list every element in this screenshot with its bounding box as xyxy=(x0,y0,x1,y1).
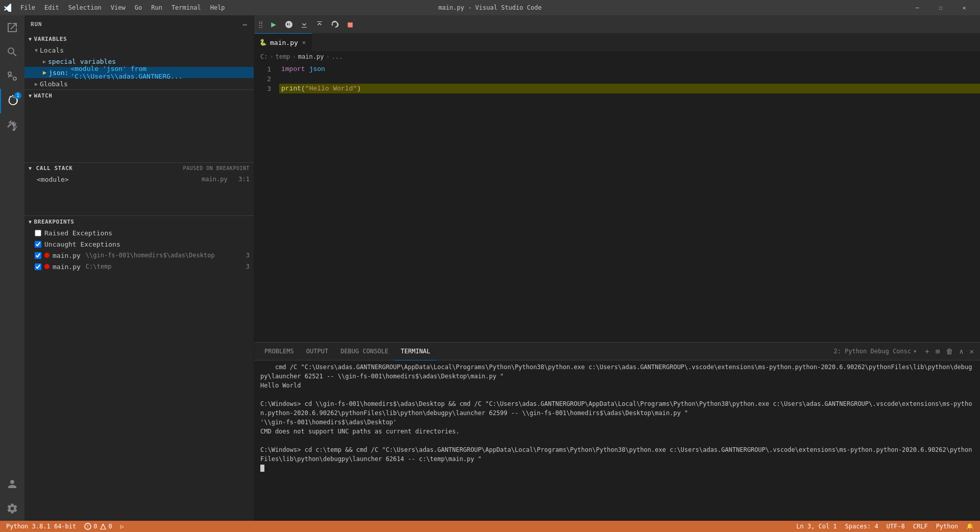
variables-chevron-icon: ▼ xyxy=(29,36,32,42)
watch-chevron-icon: ▼ xyxy=(29,93,32,99)
step-into-button[interactable] xyxy=(297,17,311,32)
breakpoint-path-1: \\gin-fs-001\homedirs$\adas\Desktop xyxy=(86,252,215,259)
sidebar-more-options-icon[interactable]: ⋯ xyxy=(243,20,248,29)
terminal-instance-label: 2: Python Debug Consc xyxy=(834,348,911,355)
titlebar-left: File Edit Selection View Go Run Terminal… xyxy=(4,3,229,12)
editor-content: 1 2 3 import json print("Hello World") xyxy=(254,62,980,342)
breakpoints-section-header[interactable]: ▼ BREAKPOINTS xyxy=(24,216,254,227)
minimize-button[interactable]: ─ xyxy=(905,0,929,15)
tab-terminal[interactable]: TERMINAL xyxy=(395,343,436,360)
continue-button[interactable]: ▶ xyxy=(266,17,281,32)
menu-bar: File Edit Selection View Go Run Terminal… xyxy=(16,3,229,12)
breakpoint-mainpy-2-checkbox[interactable] xyxy=(35,263,41,270)
toolbar-drag-handle[interactable]: ⣿ xyxy=(258,20,263,28)
cursor-block xyxy=(260,465,264,472)
terminal-instance-selector[interactable]: 2: Python Debug Consc ▾ xyxy=(829,347,921,356)
callstack-item-name: <module> xyxy=(37,176,69,183)
stop-button[interactable]: ■ xyxy=(343,17,357,32)
callstack-item-module[interactable]: <module> main.py 3:1 xyxy=(24,174,254,185)
terminal-dropdown-icon: ▾ xyxy=(913,348,917,355)
sidebar-item-search[interactable] xyxy=(0,40,24,64)
menu-edit[interactable]: Edit xyxy=(40,3,63,12)
sidebar-item-run-debug[interactable]: 1 xyxy=(0,89,24,113)
status-encoding[interactable]: UTF-8 xyxy=(885,523,907,530)
step-out-button[interactable] xyxy=(312,17,327,32)
call-stack-header-left[interactable]: ▼ CALL STACK xyxy=(29,165,72,172)
tab-debug-console[interactable]: DEBUG CONSOLE xyxy=(334,343,395,360)
breakpoint-mainpy-1-checkbox[interactable] xyxy=(35,252,41,259)
globals-chevron-icon: ▶ xyxy=(35,81,38,87)
menu-selection[interactable]: Selection xyxy=(64,3,106,12)
activity-bar: 1 xyxy=(0,15,24,521)
uncaught-exceptions-checkbox[interactable] xyxy=(35,241,41,248)
status-spaces[interactable]: Spaces: 4 xyxy=(843,523,880,530)
bc-file[interactable]: main.py xyxy=(298,53,324,60)
call-stack-section: ▼ CALL STACK PAUSED ON BREAKPOINT <modul… xyxy=(24,163,254,215)
terminal-content[interactable]: cmd /C "C:\Users\adas.GANTNERGROUP\AppDa… xyxy=(254,360,980,521)
status-line-ending[interactable]: CRLF xyxy=(911,523,930,530)
uncaught-exceptions-label: Uncaught Exceptions xyxy=(44,240,120,248)
titlebar: File Edit Selection View Go Run Terminal… xyxy=(0,0,980,15)
terminal-line-3 xyxy=(260,390,974,399)
watch-section: ▼ WATCH xyxy=(24,90,254,162)
menu-terminal[interactable]: Terminal xyxy=(167,3,205,12)
sidebar-item-account[interactable] xyxy=(0,472,24,496)
status-run-icon[interactable]: ▷ xyxy=(118,523,126,530)
sidebar-header: RUN ⋯ xyxy=(24,15,254,33)
menu-help[interactable]: Help xyxy=(206,3,229,12)
sidebar-item-settings[interactable] xyxy=(0,496,24,521)
watch-label: WATCH xyxy=(34,92,53,99)
menu-file[interactable]: File xyxy=(16,3,39,12)
close-button[interactable]: ✕ xyxy=(952,0,976,15)
menu-run[interactable]: Run xyxy=(147,3,166,12)
terminal-split-button[interactable]: ⊞ xyxy=(934,346,942,356)
json-variable-item[interactable]: ▶ json: <module 'json' from 'C:\\Users\\… xyxy=(24,67,254,78)
locals-group[interactable]: ▼ Locals xyxy=(24,44,254,56)
maximize-button[interactable]: ☐ xyxy=(929,0,952,15)
locals-chevron-icon: ▼ xyxy=(35,47,38,53)
terminal-collapse-button[interactable]: ∧ xyxy=(957,346,965,356)
status-language[interactable]: Python xyxy=(934,523,960,530)
variables-label: VARIABLES xyxy=(34,36,67,42)
callstack-position: 3:1 xyxy=(238,176,250,183)
open-paren: ( xyxy=(301,84,305,93)
tab-close-button[interactable]: ✕ xyxy=(301,38,307,46)
watch-section-header[interactable]: ▼ WATCH xyxy=(24,90,254,101)
bc-more[interactable]: ... xyxy=(332,53,343,60)
window-controls: ─ ☐ ✕ xyxy=(905,0,976,15)
menu-go[interactable]: Go xyxy=(131,3,146,12)
menu-view[interactable]: View xyxy=(107,3,130,12)
debug-toolbar: ⣿ ▶ ■ xyxy=(254,15,980,33)
tab-output[interactable]: OUTPUT xyxy=(300,343,334,360)
status-errors-warnings[interactable]: ! 0 0 xyxy=(82,523,114,530)
uncaught-exceptions-item: Uncaught Exceptions xyxy=(24,238,254,250)
bc-folder[interactable]: temp xyxy=(276,53,290,60)
terminal-controls: 2: Python Debug Consc ▾ + ⊞ 🗑 ∧ ✕ xyxy=(829,346,976,356)
locals-label: Locals xyxy=(40,46,64,54)
sidebar-item-source-control[interactable] xyxy=(0,64,24,89)
sidebar-item-explorer[interactable] xyxy=(0,15,24,40)
callstack-chevron-icon: ▼ xyxy=(29,165,32,171)
tab-mainpy[interactable]: 🐍 main.py ✕ xyxy=(254,33,312,51)
tab-problems[interactable]: PROBLEMS xyxy=(258,343,300,360)
terminal-trash-button[interactable]: 🗑 xyxy=(944,346,955,356)
watch-content xyxy=(24,101,254,162)
terminal-line-7 xyxy=(260,436,974,445)
paused-badge: PAUSED ON BREAKPOINT xyxy=(183,165,250,171)
bc-drive[interactable]: C: xyxy=(260,53,267,60)
code-editor[interactable]: import json print("Hello World") xyxy=(277,62,980,342)
globals-group[interactable]: ▶ Globals xyxy=(24,78,254,89)
terminal-add-button[interactable]: + xyxy=(923,346,931,356)
status-feedback[interactable]: 🔔 xyxy=(964,523,976,530)
restart-button[interactable] xyxy=(328,17,342,32)
vscode-icon xyxy=(4,4,12,12)
status-position[interactable]: Ln 3, Col 1 xyxy=(794,523,839,530)
raised-exceptions-checkbox[interactable] xyxy=(35,230,41,236)
sidebar-item-extensions[interactable] xyxy=(0,113,24,138)
call-stack-header[interactable]: ▼ CALL STACK PAUSED ON BREAKPOINT xyxy=(24,163,254,174)
terminal-close-button[interactable]: ✕ xyxy=(968,346,976,356)
line-number-1: 1 xyxy=(254,64,271,74)
variables-section-header[interactable]: ▼ VARIABLES xyxy=(24,33,254,44)
status-debug-info[interactable]: Python 3.8.1 64-bit xyxy=(4,523,78,530)
step-over-button[interactable] xyxy=(282,17,296,32)
